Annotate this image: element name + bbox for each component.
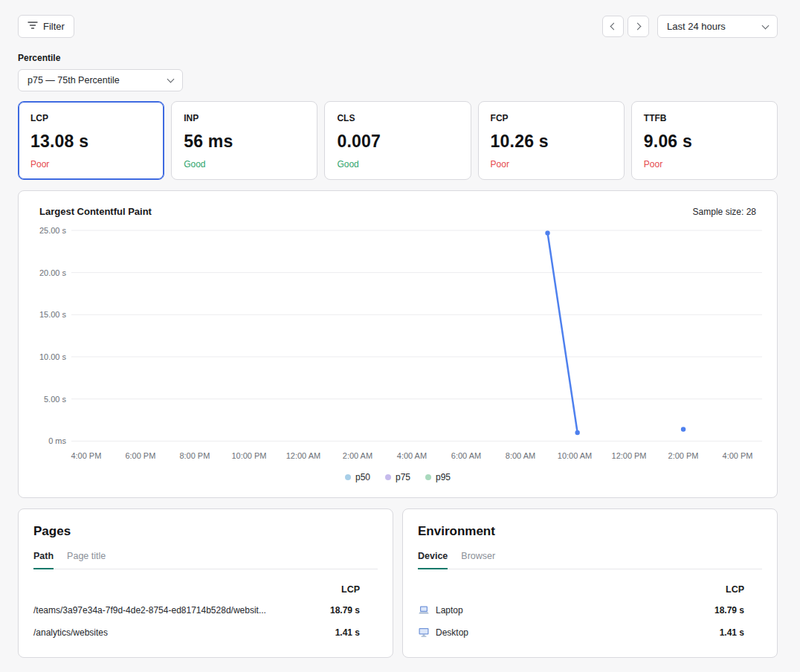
filter-button-label: Filter xyxy=(43,21,65,32)
sample-size-label: Sample size: 28 xyxy=(693,207,756,217)
environment-tabs: Device Browser xyxy=(418,551,762,569)
environment-lcp-column-header: LCP xyxy=(418,584,744,595)
tab-device[interactable]: Device xyxy=(418,551,448,569)
lcp-chart-card: Largest Contentful Paint Sample size: 28… xyxy=(18,190,778,498)
svg-text:8:00 AM: 8:00 AM xyxy=(506,451,535,460)
svg-text:10.00 s: 10.00 s xyxy=(39,352,66,361)
svg-text:12:00 AM: 12:00 AM xyxy=(286,451,320,460)
metric-name: INP xyxy=(184,113,305,123)
tab-path[interactable]: Path xyxy=(33,551,54,569)
legend-item-p75[interactable]: p75 xyxy=(385,472,410,482)
metric-value: 56 ms xyxy=(184,132,305,152)
metric-card-lcp[interactable]: LCP 13.08 s Poor xyxy=(18,101,164,180)
svg-text:10:00 PM: 10:00 PM xyxy=(231,451,266,460)
chart-legend: p50 p75 p95 xyxy=(30,472,765,482)
metric-card-inp[interactable]: INP 56 ms Good xyxy=(171,101,317,180)
svg-text:5.00 s: 5.00 s xyxy=(44,395,66,404)
legend-dot-p75 xyxy=(385,474,391,480)
metric-card-ttfb[interactable]: TTFB 9.06 s Poor xyxy=(631,101,778,180)
time-range-select[interactable]: Last 24 hours xyxy=(657,15,778,38)
legend-label: p75 xyxy=(396,472,410,482)
legend-item-p50[interactable]: p50 xyxy=(345,472,370,482)
environment-table-row[interactable]: Laptop 18.79 s xyxy=(418,599,762,621)
legend-dot-p50 xyxy=(345,474,351,480)
pages-panel-title: Pages xyxy=(33,524,378,539)
svg-text:4:00 PM: 4:00 PM xyxy=(71,451,101,460)
web-vitals-dashboard: Filter Last 24 hours Percentile p75 — 75… xyxy=(0,0,800,672)
pages-lcp-column-header: LCP xyxy=(33,584,360,595)
percentile-value: p75 — 75th Percentile xyxy=(28,75,120,85)
metric-card-fcp[interactable]: FCP 10.26 s Poor xyxy=(478,101,625,180)
filter-icon xyxy=(28,21,38,32)
pages-panel: Pages Path Page title LCP /teams/3a97e34… xyxy=(18,508,393,658)
metric-value: 0.007 xyxy=(337,132,458,152)
metric-card-cls[interactable]: CLS 0.007 Good xyxy=(324,101,471,180)
tab-page-title[interactable]: Page title xyxy=(67,551,106,569)
filter-button[interactable]: Filter xyxy=(18,15,74,38)
svg-text:15.00 s: 15.00 s xyxy=(39,310,66,319)
chevron-right-icon xyxy=(634,23,642,30)
pages-tabs: Path Page title xyxy=(33,551,378,569)
svg-text:8:00 PM: 8:00 PM xyxy=(179,451,210,460)
svg-text:6:00 AM: 6:00 AM xyxy=(451,451,481,460)
device-lcp-value: 18.79 s xyxy=(714,605,762,616)
page-lcp-value: 1.41 s xyxy=(335,627,378,638)
device-name: Desktop xyxy=(436,627,468,638)
page-path: /teams/3a97e34a-7f9d-4de2-8754-ed81714b5… xyxy=(33,605,266,616)
chart-header: Largest Contentful Paint Sample size: 28 xyxy=(30,206,765,217)
svg-text:4:00 AM: 4:00 AM xyxy=(397,451,427,460)
breakdown-panels: Pages Path Page title LCP /teams/3a97e34… xyxy=(18,508,778,658)
desktop-icon xyxy=(418,627,430,638)
legend-label: p95 xyxy=(436,472,451,482)
legend-dot-p95 xyxy=(425,474,431,480)
tab-browser[interactable]: Browser xyxy=(461,551,495,569)
pages-table-row[interactable]: /teams/3a97e34a-7f9d-4de2-8754-ed81714b5… xyxy=(33,599,378,621)
chevron-down-icon xyxy=(762,22,770,29)
svg-text:20.00 s: 20.00 s xyxy=(39,268,66,277)
legend-label: p50 xyxy=(355,472,370,482)
metric-rating: Poor xyxy=(491,159,612,169)
next-range-button[interactable] xyxy=(628,16,649,37)
page-lcp-value: 18.79 s xyxy=(330,605,378,616)
chevron-down-icon xyxy=(167,76,175,83)
metric-value: 10.26 s xyxy=(491,132,612,152)
topbar: Filter Last 24 hours xyxy=(18,15,778,38)
svg-text:0 ms: 0 ms xyxy=(48,436,66,445)
svg-text:12:00 PM: 12:00 PM xyxy=(612,451,647,460)
metric-name: LCP xyxy=(30,113,152,123)
metric-name: TTFB xyxy=(644,113,765,123)
percentile-label: Percentile xyxy=(18,53,778,63)
device-name: Laptop xyxy=(436,605,463,616)
metric-cards: LCP 13.08 s Poor INP 56 ms Good CLS 0.00… xyxy=(18,101,778,180)
page-path: /analytics/websites xyxy=(33,627,108,638)
laptop-icon xyxy=(418,605,430,616)
metric-name: CLS xyxy=(337,113,458,123)
prev-range-button[interactable] xyxy=(602,16,624,37)
environment-panel-title: Environment xyxy=(418,524,762,539)
chart-title: Largest Contentful Paint xyxy=(39,206,152,217)
metric-rating: Good xyxy=(184,159,305,169)
time-range-value: Last 24 hours xyxy=(667,21,726,32)
svg-text:25.00 s: 25.00 s xyxy=(39,226,66,235)
pages-table-row[interactable]: /analytics/websites 1.41 s xyxy=(33,621,378,644)
lcp-timeseries-chart: 25.00 s20.00 s15.00 s10.00 s5.00 s0 ms4:… xyxy=(30,222,765,469)
metric-rating: Good xyxy=(337,159,458,169)
metric-value: 9.06 s xyxy=(644,132,765,152)
chevron-left-icon xyxy=(610,23,618,30)
time-controls: Last 24 hours xyxy=(602,15,778,38)
device-lcp-value: 1.41 s xyxy=(720,627,762,638)
environment-table-row[interactable]: Desktop 1.41 s xyxy=(418,621,762,644)
svg-text:2:00 PM: 2:00 PM xyxy=(668,451,699,460)
percentile-select[interactable]: p75 — 75th Percentile xyxy=(18,69,183,91)
svg-text:2:00 AM: 2:00 AM xyxy=(343,451,372,460)
metric-value: 13.08 s xyxy=(30,132,152,152)
metric-rating: Poor xyxy=(644,159,765,169)
environment-panel: Environment Device Browser LCP Laptop 18… xyxy=(402,508,778,658)
metric-name: FCP xyxy=(491,113,612,123)
legend-item-p95[interactable]: p95 xyxy=(425,472,451,482)
svg-text:10:00 AM: 10:00 AM xyxy=(558,451,592,460)
svg-text:6:00 PM: 6:00 PM xyxy=(125,451,155,460)
svg-text:4:00 PM: 4:00 PM xyxy=(723,451,753,460)
metric-rating: Poor xyxy=(30,159,152,169)
